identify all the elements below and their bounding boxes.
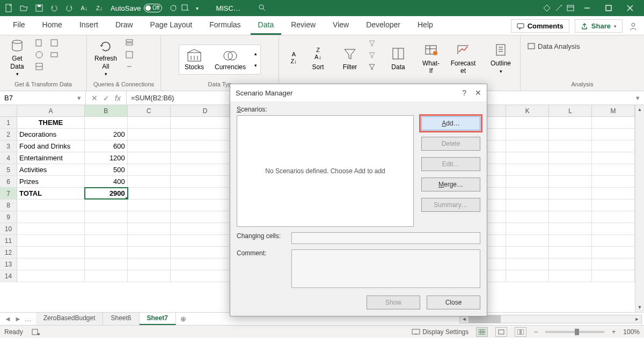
- cell[interactable]: [549, 270, 592, 282]
- tab-draw[interactable]: Draw: [108, 16, 141, 35]
- cell[interactable]: TOTAL: [17, 188, 85, 199]
- cell[interactable]: [85, 235, 128, 246]
- comment-textarea[interactable]: [291, 249, 480, 288]
- undo-icon[interactable]: [48, 2, 60, 14]
- row-header[interactable]: 14: [0, 270, 17, 282]
- tab-view[interactable]: View: [325, 16, 356, 35]
- macro-record-icon[interactable]: [32, 328, 40, 336]
- cell[interactable]: [549, 117, 592, 128]
- refresh-all-button[interactable]: Refresh All ▾: [91, 38, 120, 78]
- search-icon[interactable]: [257, 2, 268, 14]
- chevron-down-icon[interactable]: ▾: [77, 94, 81, 102]
- cell[interactable]: Activities: [17, 164, 85, 175]
- get-data-button[interactable]: Get Data ▾: [4, 38, 30, 78]
- save-dropdown-icon[interactable]: [179, 2, 191, 14]
- edit-links-icon[interactable]: [123, 61, 135, 72]
- sheets-ellipsis[interactable]: …: [25, 315, 32, 323]
- properties-icon[interactable]: [123, 49, 135, 60]
- cell[interactable]: 400: [85, 176, 128, 187]
- cell[interactable]: [549, 164, 592, 175]
- comments-button[interactable]: Comments: [511, 19, 569, 33]
- redo-icon[interactable]: [63, 2, 75, 14]
- cell[interactable]: [549, 129, 592, 140]
- cell[interactable]: Decorations: [17, 129, 85, 140]
- cell[interactable]: [128, 258, 171, 270]
- zoom-slider[interactable]: [545, 331, 604, 333]
- cell[interactable]: 500: [85, 164, 128, 175]
- cell[interactable]: [506, 164, 549, 175]
- scroll-down-icon[interactable]: ▼: [635, 303, 644, 312]
- cell[interactable]: [549, 200, 592, 211]
- cell[interactable]: 200: [85, 129, 128, 140]
- cell[interactable]: [592, 200, 635, 211]
- cell[interactable]: [128, 129, 171, 140]
- cell[interactable]: [506, 235, 549, 246]
- sort-asc-icon[interactable]: A↓: [78, 2, 90, 14]
- vertical-scrollbar[interactable]: ▲ ▼: [635, 105, 644, 312]
- cell[interactable]: THEME: [17, 117, 85, 128]
- cell[interactable]: [17, 235, 85, 246]
- cell[interactable]: Food and Drinks: [17, 141, 85, 152]
- cell[interactable]: [506, 152, 549, 164]
- cell[interactable]: [592, 164, 635, 175]
- cell[interactable]: [506, 176, 549, 187]
- sheet-tab-sheet7[interactable]: Sheet7: [140, 313, 176, 325]
- column-header-K[interactable]: K: [506, 105, 549, 116]
- cell[interactable]: [17, 200, 85, 211]
- cell[interactable]: 1200: [85, 152, 128, 164]
- scroll-up-icon[interactable]: ▴: [254, 51, 257, 56]
- cell[interactable]: [549, 211, 592, 223]
- existing-conn-icon[interactable]: [48, 49, 60, 60]
- currencies-button[interactable]: Currencies: [210, 46, 250, 73]
- share-button[interactable]: Share ▾: [575, 19, 623, 33]
- wand-icon[interactable]: [553, 2, 565, 14]
- cell[interactable]: [549, 247, 592, 258]
- from-web-icon[interactable]: [33, 49, 45, 60]
- cell[interactable]: [506, 247, 549, 258]
- filter-button[interactable]: Filter: [337, 38, 363, 78]
- cell[interactable]: [549, 176, 592, 187]
- advanced-icon[interactable]: [366, 61, 378, 72]
- refresh-icon[interactable]: [167, 2, 179, 14]
- prev-sheet-icon[interactable]: ◄: [4, 315, 11, 323]
- row-header[interactable]: 5: [0, 164, 17, 175]
- cell[interactable]: [549, 152, 592, 164]
- cell[interactable]: [592, 270, 635, 282]
- whatif-button[interactable]: What-If: [418, 38, 444, 78]
- fx-icon[interactable]: fx: [115, 94, 121, 102]
- data-tools-button[interactable]: Data: [385, 38, 411, 78]
- enter-formula-icon[interactable]: ✓: [103, 94, 109, 102]
- cell[interactable]: Entertainment: [17, 152, 85, 164]
- row-header[interactable]: 7: [0, 188, 17, 199]
- changing-cells-input[interactable]: [291, 232, 480, 244]
- next-sheet-icon[interactable]: ►: [14, 315, 21, 323]
- qat-dropdown-icon[interactable]: ▾: [191, 2, 203, 14]
- cell[interactable]: [549, 141, 592, 152]
- minimize-button[interactable]: [576, 0, 598, 16]
- cell[interactable]: [128, 164, 171, 175]
- cell[interactable]: [128, 141, 171, 152]
- tab-insert[interactable]: Insert: [72, 16, 106, 35]
- cell[interactable]: [128, 176, 171, 187]
- row-header[interactable]: 9: [0, 211, 17, 223]
- cell[interactable]: [549, 223, 592, 234]
- open-icon[interactable]: [18, 2, 30, 14]
- merge-button[interactable]: Merge…: [421, 178, 480, 191]
- cell[interactable]: [128, 235, 171, 246]
- row-header[interactable]: 3: [0, 141, 17, 152]
- cell[interactable]: [592, 188, 635, 199]
- expand-formula-icon[interactable]: ▾: [631, 91, 644, 105]
- forecast-button[interactable]: Forecast et: [448, 38, 479, 78]
- cell[interactable]: [85, 247, 128, 258]
- page-layout-view-button[interactable]: [495, 327, 507, 337]
- cell[interactable]: [17, 258, 85, 270]
- column-header-L[interactable]: L: [549, 105, 592, 116]
- cell[interactable]: 600: [85, 141, 128, 152]
- page-break-view-button[interactable]: [515, 327, 526, 337]
- maximize-button[interactable]: [598, 0, 619, 16]
- cell[interactable]: [592, 235, 635, 246]
- sheet-tab-sheet6[interactable]: Sheet6: [103, 313, 139, 325]
- cell[interactable]: [592, 247, 635, 258]
- cell[interactable]: [549, 258, 592, 270]
- column-header-C[interactable]: C: [128, 105, 171, 116]
